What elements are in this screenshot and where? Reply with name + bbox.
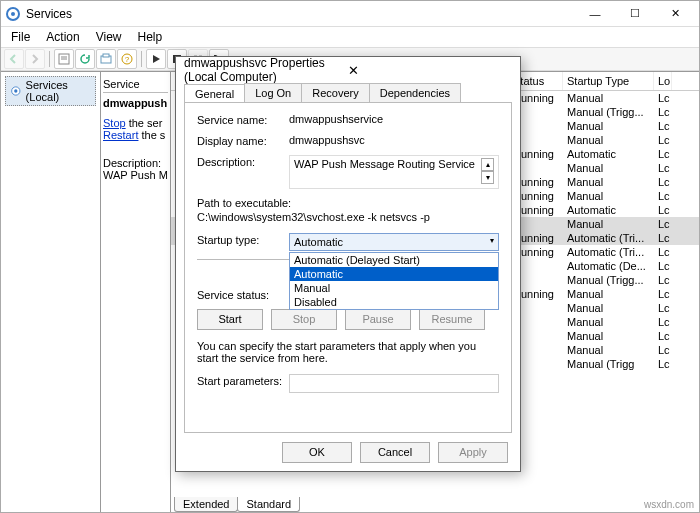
tab-extended[interactable]: Extended (174, 497, 238, 512)
stop-link[interactable]: Stop (103, 117, 126, 129)
col-logon[interactable]: Lo (654, 72, 672, 90)
maximize-button[interactable]: ☐ (615, 2, 655, 26)
arrow-right-icon (30, 54, 40, 64)
tab-standard[interactable]: Standard (237, 497, 300, 512)
start-hint: You can specify the start parameters tha… (197, 340, 499, 364)
tab-logon[interactable]: Log On (244, 83, 302, 102)
left-tree: Services (Local) (1, 72, 101, 512)
service-name-label: Service name: (197, 113, 289, 126)
sheet-icon (58, 53, 70, 65)
path-label: Path to executable: (197, 197, 499, 209)
startup-type-select[interactable]: Automatic ▾ (289, 233, 499, 251)
dialog-titlebar: dmwappushsvc Properties (Local Computer)… (176, 57, 520, 83)
tool-play[interactable] (146, 49, 166, 69)
col-startup-type[interactable]: Startup Type (563, 72, 654, 90)
startup-type-dropdown: Automatic (Delayed Start) Automatic Manu… (289, 252, 499, 310)
tool-back (4, 49, 24, 69)
menu-view[interactable]: View (88, 28, 130, 46)
service-name-value: dmwappushservice (289, 113, 499, 125)
start-button[interactable]: Start (197, 309, 263, 330)
watermark: wsxdn.com (644, 499, 694, 510)
option-automatic[interactable]: Automatic (290, 267, 498, 281)
dialog-title: dmwappushsvc Properties (Local Computer) (184, 56, 342, 84)
minimize-button[interactable]: — (575, 2, 615, 26)
tree-services-local[interactable]: Services (Local) (5, 76, 96, 106)
desc-scroll-up[interactable]: ▴ (481, 158, 494, 171)
tool-refresh[interactable] (75, 49, 95, 69)
svg-text:?: ? (125, 55, 130, 64)
dialog-close-button[interactable]: ✕ (342, 63, 512, 78)
desc-label: Description: (103, 157, 168, 169)
svg-point-1 (11, 12, 15, 16)
gear-icon (10, 84, 22, 98)
bottom-tabs: Extended Standard (174, 497, 299, 512)
service-status-label: Service status: (197, 288, 289, 301)
option-disabled[interactable]: Disabled (290, 295, 498, 309)
apply-button: Apply (438, 442, 508, 463)
restart-text: the s (138, 129, 165, 141)
restart-link[interactable]: Restart (103, 129, 138, 141)
option-manual[interactable]: Manual (290, 281, 498, 295)
start-params-label: Start parameters: (197, 374, 289, 387)
menu-file[interactable]: File (3, 28, 38, 46)
description-text: WAP Push Message Routing Service (294, 158, 475, 170)
details-service-name: dmwappush (103, 97, 168, 109)
desc-value: WAP Push M (103, 169, 168, 181)
menu-help[interactable]: Help (130, 28, 171, 46)
option-delayed[interactable]: Automatic (Delayed Start) (290, 253, 498, 267)
tool-properties[interactable] (54, 49, 74, 69)
menubar: File Action View Help (1, 27, 699, 47)
dialog-footer: OK Cancel Apply (176, 433, 520, 471)
startup-type-label: Startup type: (197, 233, 289, 246)
tab-general[interactable]: General (184, 84, 245, 103)
details-header: Service (103, 78, 168, 93)
pause-button: Pause (345, 309, 411, 330)
window-title: Services (26, 7, 575, 21)
tab-dependencies[interactable]: Dependencies (369, 83, 461, 102)
close-button[interactable]: ✕ (655, 2, 695, 26)
export-icon (100, 53, 112, 65)
arrow-left-icon (9, 54, 19, 64)
play-icon (151, 54, 161, 64)
resume-button: Resume (419, 309, 485, 330)
chevron-down-icon: ▾ (490, 236, 494, 248)
titlebar: Services — ☐ ✕ (1, 1, 699, 27)
description-box: WAP Push Message Routing Service ▴ ▾ (289, 155, 499, 189)
stop-text: the ser (126, 117, 163, 129)
properties-dialog: dmwappushsvc Properties (Local Computer)… (175, 56, 521, 472)
refresh-icon (79, 53, 91, 65)
desc-scroll-down[interactable]: ▾ (481, 171, 494, 184)
display-name-label: Display name: (197, 134, 289, 147)
cancel-button[interactable]: Cancel (360, 442, 430, 463)
startup-type-value: Automatic (294, 236, 343, 248)
stop-button: Stop (271, 309, 337, 330)
svg-point-14 (14, 89, 17, 92)
tool-forward (25, 49, 45, 69)
start-params-input[interactable] (289, 374, 499, 393)
dialog-body: Service name: dmwappushservice Display n… (184, 102, 512, 433)
dialog-tabs: General Log On Recovery Dependencies (184, 83, 512, 102)
menu-action[interactable]: Action (38, 28, 87, 46)
tab-recovery[interactable]: Recovery (301, 83, 369, 102)
display-name-value: dmwappushsvc (289, 134, 499, 146)
details-pane: Service dmwappush Stop the ser Restart t… (101, 72, 171, 512)
path-value: C:\windows\system32\svchost.exe -k netsv… (197, 211, 499, 223)
ok-button[interactable]: OK (282, 442, 352, 463)
tool-help[interactable]: ? (117, 49, 137, 69)
tree-services-label: Services (Local) (26, 79, 91, 103)
svg-rect-6 (103, 54, 109, 57)
description-label: Description: (197, 155, 289, 168)
tool-export[interactable] (96, 49, 116, 69)
help-icon: ? (121, 53, 133, 65)
services-icon (5, 6, 21, 22)
